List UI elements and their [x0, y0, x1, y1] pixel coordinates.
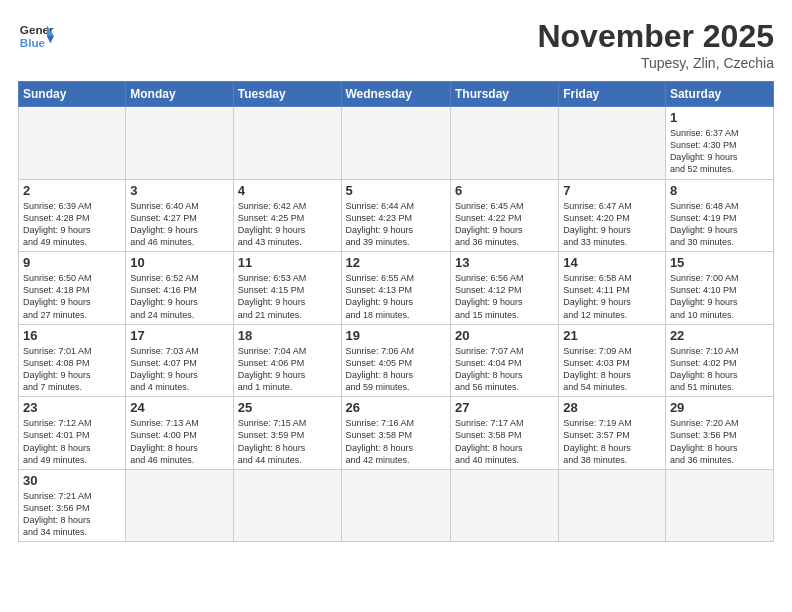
day-number: 29: [670, 400, 769, 415]
calendar-cell: 14Sunrise: 6:58 AM Sunset: 4:11 PM Dayli…: [559, 252, 666, 325]
week-row-2: 9Sunrise: 6:50 AM Sunset: 4:18 PM Daylig…: [19, 252, 774, 325]
day-info: Sunrise: 7:17 AM Sunset: 3:58 PM Dayligh…: [455, 417, 554, 466]
calendar-cell: [665, 469, 773, 542]
calendar-cell: [233, 107, 341, 180]
location: Tupesy, Zlin, Czechia: [537, 55, 774, 71]
calendar-cell: 9Sunrise: 6:50 AM Sunset: 4:18 PM Daylig…: [19, 252, 126, 325]
calendar-cell: 6Sunrise: 6:45 AM Sunset: 4:22 PM Daylig…: [450, 179, 558, 252]
calendar-cell: 2Sunrise: 6:39 AM Sunset: 4:28 PM Daylig…: [19, 179, 126, 252]
day-number: 9: [23, 255, 121, 270]
day-number: 24: [130, 400, 228, 415]
header: General Blue November 2025 Tupesy, Zlin,…: [18, 18, 774, 71]
day-number: 21: [563, 328, 661, 343]
day-info: Sunrise: 6:47 AM Sunset: 4:20 PM Dayligh…: [563, 200, 661, 249]
day-number: 30: [23, 473, 121, 488]
calendar-cell: 23Sunrise: 7:12 AM Sunset: 4:01 PM Dayli…: [19, 397, 126, 470]
calendar-cell: 3Sunrise: 6:40 AM Sunset: 4:27 PM Daylig…: [126, 179, 233, 252]
day-header-saturday: Saturday: [665, 82, 773, 107]
day-info: Sunrise: 6:39 AM Sunset: 4:28 PM Dayligh…: [23, 200, 121, 249]
day-info: Sunrise: 6:55 AM Sunset: 4:13 PM Dayligh…: [346, 272, 446, 321]
calendar-cell: 20Sunrise: 7:07 AM Sunset: 4:04 PM Dayli…: [450, 324, 558, 397]
day-number: 2: [23, 183, 121, 198]
week-row-5: 30Sunrise: 7:21 AM Sunset: 3:56 PM Dayli…: [19, 469, 774, 542]
title-block: November 2025 Tupesy, Zlin, Czechia: [537, 18, 774, 71]
calendar-cell: 27Sunrise: 7:17 AM Sunset: 3:58 PM Dayli…: [450, 397, 558, 470]
day-info: Sunrise: 7:10 AM Sunset: 4:02 PM Dayligh…: [670, 345, 769, 394]
logo-icon: General Blue: [18, 18, 54, 54]
day-number: 28: [563, 400, 661, 415]
calendar-cell: 10Sunrise: 6:52 AM Sunset: 4:16 PM Dayli…: [126, 252, 233, 325]
calendar-cell: [126, 469, 233, 542]
day-info: Sunrise: 7:21 AM Sunset: 3:56 PM Dayligh…: [23, 490, 121, 539]
day-header-tuesday: Tuesday: [233, 82, 341, 107]
calendar-cell: 29Sunrise: 7:20 AM Sunset: 3:56 PM Dayli…: [665, 397, 773, 470]
day-info: Sunrise: 6:58 AM Sunset: 4:11 PM Dayligh…: [563, 272, 661, 321]
day-info: Sunrise: 7:12 AM Sunset: 4:01 PM Dayligh…: [23, 417, 121, 466]
calendar-cell: 30Sunrise: 7:21 AM Sunset: 3:56 PM Dayli…: [19, 469, 126, 542]
day-header-wednesday: Wednesday: [341, 82, 450, 107]
calendar-table: SundayMondayTuesdayWednesdayThursdayFrid…: [18, 81, 774, 542]
calendar-cell: [233, 469, 341, 542]
day-number: 13: [455, 255, 554, 270]
day-info: Sunrise: 6:53 AM Sunset: 4:15 PM Dayligh…: [238, 272, 337, 321]
day-header-sunday: Sunday: [19, 82, 126, 107]
day-number: 17: [130, 328, 228, 343]
week-row-4: 23Sunrise: 7:12 AM Sunset: 4:01 PM Dayli…: [19, 397, 774, 470]
day-info: Sunrise: 6:56 AM Sunset: 4:12 PM Dayligh…: [455, 272, 554, 321]
day-number: 23: [23, 400, 121, 415]
day-info: Sunrise: 7:03 AM Sunset: 4:07 PM Dayligh…: [130, 345, 228, 394]
calendar-cell: 25Sunrise: 7:15 AM Sunset: 3:59 PM Dayli…: [233, 397, 341, 470]
day-number: 12: [346, 255, 446, 270]
calendar-cell: [450, 107, 558, 180]
calendar-cell: 21Sunrise: 7:09 AM Sunset: 4:03 PM Dayli…: [559, 324, 666, 397]
svg-marker-3: [47, 36, 54, 43]
day-info: Sunrise: 6:37 AM Sunset: 4:30 PM Dayligh…: [670, 127, 769, 176]
day-info: Sunrise: 6:42 AM Sunset: 4:25 PM Dayligh…: [238, 200, 337, 249]
day-info: Sunrise: 7:15 AM Sunset: 3:59 PM Dayligh…: [238, 417, 337, 466]
day-number: 7: [563, 183, 661, 198]
day-number: 14: [563, 255, 661, 270]
calendar-cell: [341, 107, 450, 180]
day-number: 10: [130, 255, 228, 270]
day-info: Sunrise: 6:40 AM Sunset: 4:27 PM Dayligh…: [130, 200, 228, 249]
day-info: Sunrise: 7:00 AM Sunset: 4:10 PM Dayligh…: [670, 272, 769, 321]
calendar-cell: [450, 469, 558, 542]
calendar-cell: 5Sunrise: 6:44 AM Sunset: 4:23 PM Daylig…: [341, 179, 450, 252]
day-number: 6: [455, 183, 554, 198]
day-number: 11: [238, 255, 337, 270]
day-number: 5: [346, 183, 446, 198]
day-info: Sunrise: 7:01 AM Sunset: 4:08 PM Dayligh…: [23, 345, 121, 394]
day-number: 4: [238, 183, 337, 198]
day-info: Sunrise: 6:45 AM Sunset: 4:22 PM Dayligh…: [455, 200, 554, 249]
page: General Blue November 2025 Tupesy, Zlin,…: [0, 0, 792, 612]
day-info: Sunrise: 6:48 AM Sunset: 4:19 PM Dayligh…: [670, 200, 769, 249]
week-row-3: 16Sunrise: 7:01 AM Sunset: 4:08 PM Dayli…: [19, 324, 774, 397]
day-number: 20: [455, 328, 554, 343]
day-info: Sunrise: 7:06 AM Sunset: 4:05 PM Dayligh…: [346, 345, 446, 394]
calendar-cell: 11Sunrise: 6:53 AM Sunset: 4:15 PM Dayli…: [233, 252, 341, 325]
day-number: 15: [670, 255, 769, 270]
calendar-cell: 17Sunrise: 7:03 AM Sunset: 4:07 PM Dayli…: [126, 324, 233, 397]
calendar-cell: 28Sunrise: 7:19 AM Sunset: 3:57 PM Dayli…: [559, 397, 666, 470]
calendar-cell: [341, 469, 450, 542]
calendar-cell: [559, 107, 666, 180]
calendar-cell: 24Sunrise: 7:13 AM Sunset: 4:00 PM Dayli…: [126, 397, 233, 470]
calendar-cell: [126, 107, 233, 180]
day-info: Sunrise: 7:04 AM Sunset: 4:06 PM Dayligh…: [238, 345, 337, 394]
day-number: 22: [670, 328, 769, 343]
logo: General Blue: [18, 18, 54, 54]
day-number: 16: [23, 328, 121, 343]
day-info: Sunrise: 6:52 AM Sunset: 4:16 PM Dayligh…: [130, 272, 228, 321]
day-number: 25: [238, 400, 337, 415]
day-number: 26: [346, 400, 446, 415]
calendar-cell: [559, 469, 666, 542]
month-title: November 2025: [537, 18, 774, 55]
day-info: Sunrise: 7:07 AM Sunset: 4:04 PM Dayligh…: [455, 345, 554, 394]
day-number: 18: [238, 328, 337, 343]
day-number: 19: [346, 328, 446, 343]
day-number: 8: [670, 183, 769, 198]
calendar-cell: 15Sunrise: 7:00 AM Sunset: 4:10 PM Dayli…: [665, 252, 773, 325]
day-info: Sunrise: 7:09 AM Sunset: 4:03 PM Dayligh…: [563, 345, 661, 394]
calendar-cell: 4Sunrise: 6:42 AM Sunset: 4:25 PM Daylig…: [233, 179, 341, 252]
week-row-1: 2Sunrise: 6:39 AM Sunset: 4:28 PM Daylig…: [19, 179, 774, 252]
